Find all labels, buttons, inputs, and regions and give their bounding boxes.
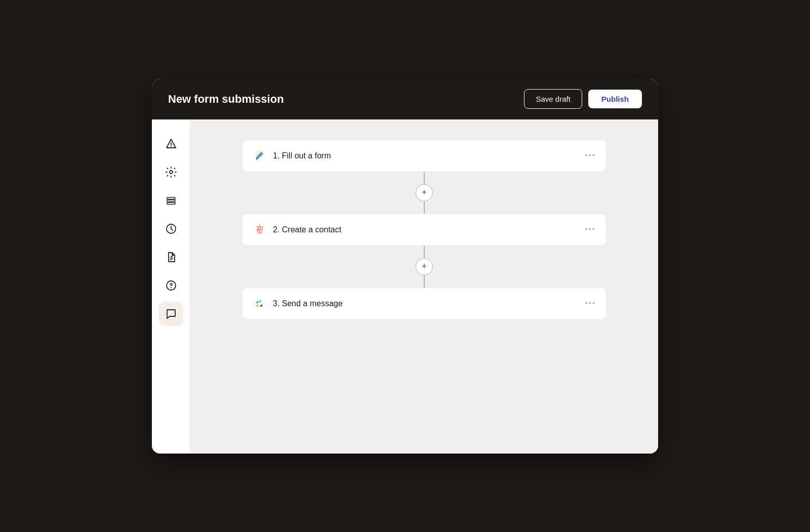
connector-line-bottom-1 bbox=[424, 201, 425, 214]
sidebar-item-chat[interactable] bbox=[159, 302, 183, 326]
main-content: 1. Fill out a form ··· + bbox=[190, 119, 658, 454]
svg-point-2 bbox=[170, 171, 173, 174]
sidebar-item-clock[interactable] bbox=[159, 217, 183, 241]
connector-line-top-1 bbox=[424, 172, 425, 184]
app-window: New form submission Save draft Publish bbox=[152, 79, 658, 454]
hubspot-icon bbox=[253, 223, 267, 237]
step-2-card: 2. Create a contact ··· bbox=[242, 214, 606, 246]
sidebar-item-help[interactable] bbox=[159, 273, 183, 298]
slack-icon bbox=[253, 297, 267, 311]
page-title: New form submission bbox=[168, 93, 284, 106]
chat-icon bbox=[166, 308, 177, 319]
settings-icon bbox=[166, 167, 177, 178]
step-1-card: 1. Fill out a form ··· bbox=[242, 140, 606, 172]
workflow-container: 1. Fill out a form ··· + bbox=[242, 140, 606, 320]
alert-icon bbox=[166, 138, 177, 149]
step-3-card: 3. Send a message ··· bbox=[242, 288, 606, 320]
save-draft-button[interactable]: Save draft bbox=[524, 89, 582, 109]
svg-rect-14 bbox=[259, 301, 261, 302]
clock-icon bbox=[166, 223, 177, 234]
svg-rect-16 bbox=[256, 305, 258, 306]
sidebar-item-layers[interactable] bbox=[159, 188, 183, 213]
sidebar-item-settings[interactable] bbox=[159, 160, 183, 184]
publish-button[interactable]: Publish bbox=[588, 90, 642, 108]
step-2-left: 2. Create a contact bbox=[253, 223, 341, 237]
add-step-button-1[interactable]: + bbox=[416, 184, 433, 201]
step-3-label: 3. Send a message bbox=[273, 299, 343, 308]
step-2-label: 2. Create a contact bbox=[273, 225, 341, 234]
file-icon bbox=[166, 252, 177, 263]
step-3-menu[interactable]: ··· bbox=[585, 298, 596, 309]
google-forms-icon bbox=[253, 149, 267, 163]
svg-point-1 bbox=[171, 146, 172, 147]
step-1-label: 1. Fill out a form bbox=[273, 151, 331, 160]
connector-line-top-2 bbox=[424, 246, 425, 258]
header-actions: Save draft Publish bbox=[524, 89, 642, 109]
step-1-menu[interactable]: ··· bbox=[585, 150, 596, 161]
connector-1: + bbox=[416, 172, 433, 214]
sidebar bbox=[152, 119, 190, 454]
connector-line-bottom-2 bbox=[424, 275, 425, 288]
add-step-button-2[interactable]: + bbox=[416, 258, 433, 275]
step-2-menu[interactable]: ··· bbox=[585, 224, 596, 235]
sidebar-item-alert[interactable] bbox=[159, 132, 183, 156]
svg-point-8 bbox=[171, 287, 172, 288]
help-icon bbox=[166, 280, 177, 291]
svg-rect-5 bbox=[167, 202, 175, 204]
svg-rect-4 bbox=[167, 200, 175, 202]
header: New form submission Save draft Publish bbox=[152, 79, 658, 119]
svg-rect-12 bbox=[257, 301, 258, 303]
connector-2: + bbox=[416, 246, 433, 288]
svg-rect-18 bbox=[261, 304, 262, 307]
body-layout: 1. Fill out a form ··· + bbox=[152, 119, 658, 454]
layers-icon bbox=[166, 195, 177, 206]
svg-rect-3 bbox=[167, 197, 175, 199]
sidebar-item-file[interactable] bbox=[159, 245, 183, 269]
step-3-left: 3. Send a message bbox=[253, 297, 343, 311]
step-1-left: 1. Fill out a form bbox=[253, 149, 331, 163]
